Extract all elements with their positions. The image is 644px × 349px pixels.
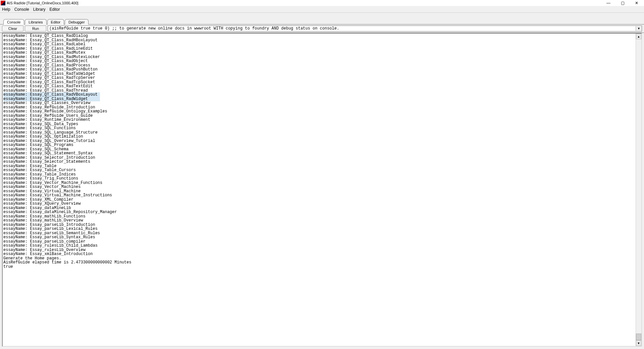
maximize-button[interactable]: ▢ [619,1,627,5]
tab-debugger[interactable]: Debugger [65,19,88,24]
command-input[interactable] [48,26,636,31]
run-button[interactable]: Run [25,26,46,32]
menu-editor[interactable]: Editor [49,7,60,12]
window-title: AIS RadIde [Tutorial_OnlineDocs,1000,400… [7,1,78,5]
tab-console[interactable]: Console [3,19,24,24]
close-button[interactable]: ✕ [633,1,641,5]
menu-help[interactable]: Help [2,7,10,12]
toolbar: Clear Run ▼ [0,24,644,33]
scroll-thumb[interactable] [636,334,641,340]
command-combo[interactable]: ▼ [48,26,642,32]
titlebar: AIS RadIde [Tutorial_OnlineDocs,1000,400… [0,0,644,6]
menu-library[interactable]: Library [33,7,46,12]
scroll-up-icon[interactable]: ▲ [636,34,641,39]
console-output[interactable]: essayName: Essay_QT_Class_RadDialog essa… [3,34,636,346]
tab-row: Console Libraries Editor Debugger [0,17,644,24]
tab-libraries[interactable]: Libraries [25,19,46,24]
scroll-down-icon[interactable]: ▼ [636,340,641,346]
console-panel: essayName: Essay_QT_Class_RadDialog essa… [2,33,642,347]
app-icon [1,1,5,5]
menu-console[interactable]: Console [14,7,29,12]
vertical-scrollbar[interactable]: ▲ ▼ [636,34,641,346]
clear-button[interactable]: Clear [2,26,23,32]
minimize-button[interactable]: — [604,1,612,5]
tab-editor[interactable]: Editor [47,19,64,24]
command-dropdown-icon[interactable]: ▼ [636,26,642,31]
menubar: Help Console Library Editor [0,6,644,13]
